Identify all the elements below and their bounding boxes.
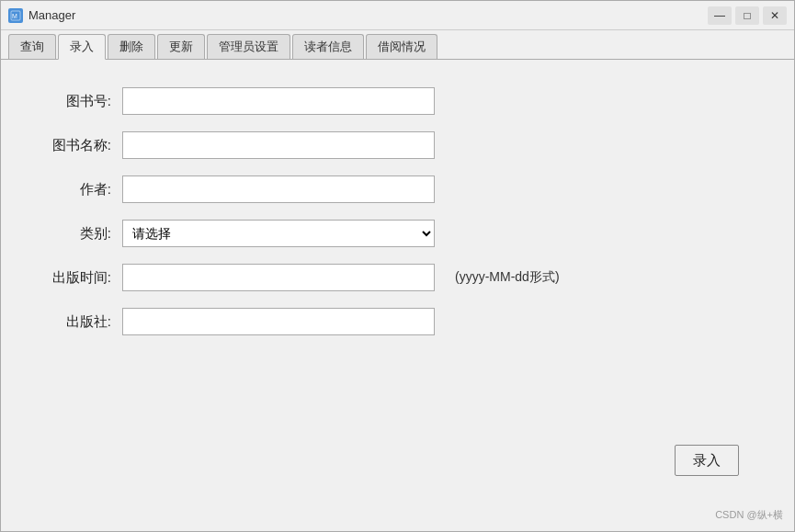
tab-bar: 查询 录入 删除 更新 管理员设置 读者信息 借阅情况 [1,30,794,60]
publish-date-label: 出版时间: [38,269,111,287]
title-bar-left: M Manager [8,8,75,23]
publish-date-input[interactable] [122,264,435,291]
title-bar: M Manager — □ ✕ [1,1,794,30]
book-id-input[interactable] [122,87,435,115]
tab-admin-settings[interactable]: 管理员设置 [207,34,290,59]
tab-delete[interactable]: 删除 [108,34,155,59]
minimize-button[interactable]: — [708,6,732,25]
book-name-row: 图书名称: [38,131,757,159]
tab-borrow-status[interactable]: 借阅情况 [366,34,437,59]
submit-button[interactable]: 录入 [675,445,739,476]
window-title: Manager [28,8,75,22]
main-window: M Manager — □ ✕ 查询 录入 删除 更新 管理员设置 读者信息 借… [0,0,795,532]
book-name-input[interactable] [122,131,435,159]
publisher-input[interactable] [122,308,435,335]
publish-date-hint: (yyyy-MM-dd形式) [455,269,560,286]
category-label: 类别: [38,225,111,243]
tab-query[interactable]: 查询 [8,34,56,59]
book-id-label: 图书号: [38,93,111,110]
tab-insert[interactable]: 录入 [58,34,106,60]
author-label: 作者: [38,181,111,198]
category-row: 类别: 请选择 [38,220,757,247]
book-id-row: 图书号: [38,87,757,115]
window-controls: — □ ✕ [708,6,787,25]
tab-reader-info[interactable]: 读者信息 [292,34,364,59]
close-button[interactable]: ✕ [763,6,787,25]
tab-update[interactable]: 更新 [157,34,205,59]
book-name-label: 图书名称: [38,137,111,154]
app-icon: M [8,8,23,23]
publisher-label: 出版社: [38,313,111,331]
content-area: 图书号: 图书名称: 作者: 类别: 请选择 出版时间: (yyyy-MM-dd… [1,60,794,531]
watermark: CSDN @纵+横 [715,508,783,522]
publisher-row: 出版社: [38,308,757,335]
author-row: 作者: [38,175,757,203]
svg-text:M: M [12,13,17,19]
category-select[interactable]: 请选择 [122,220,435,247]
author-input[interactable] [122,175,435,203]
maximize-button[interactable]: □ [735,6,759,25]
publish-date-row: 出版时间: (yyyy-MM-dd形式) [38,264,757,291]
